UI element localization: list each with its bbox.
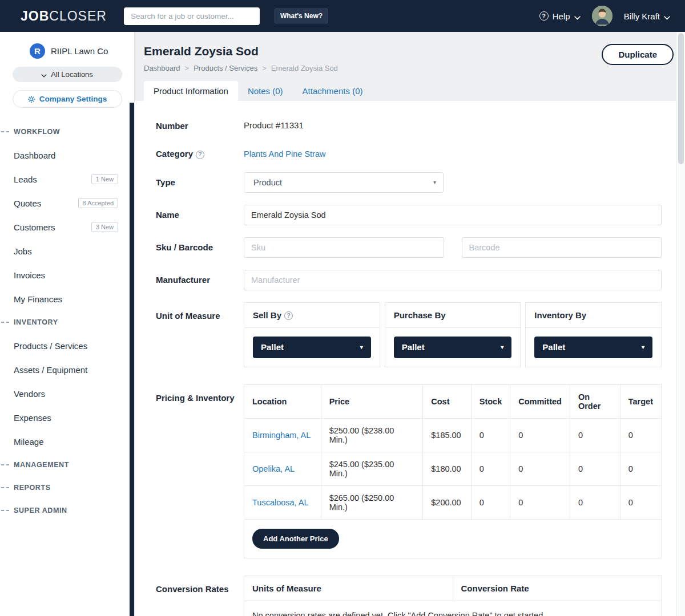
company-name: RIIPL Lawn Co <box>51 46 108 56</box>
user-menu[interactable]: Billy Kraft <box>624 11 670 22</box>
col-units-of-measure: Units of Measure <box>244 576 453 601</box>
sku-input[interactable] <box>244 237 444 258</box>
cost-cell: $185.00 <box>423 418 471 452</box>
barcode-input[interactable] <box>462 237 662 258</box>
col-stock: Stock <box>471 385 510 419</box>
page-title: Emerald Zoysia Sod <box>144 44 667 58</box>
pricing-table: Location Price Cost Stock Committed On O… <box>244 385 661 520</box>
main-content: Emerald Zoysia Sod Dashboard > Products … <box>135 32 676 616</box>
whats-new-button[interactable]: What's New? <box>275 9 328 23</box>
sidebar-item-dashboard[interactable]: Dashboard <box>0 143 134 167</box>
number-row: Number Product #11331 <box>156 116 662 132</box>
sidebar-item-invoices[interactable]: Invoices <box>0 263 134 287</box>
sidebar-scrollbar[interactable] <box>130 103 134 616</box>
sidebar-item-quotes[interactable]: Quotes8 Accepted <box>0 191 134 215</box>
nav-label: Customers <box>14 222 55 232</box>
on-order-cell: 0 <box>570 485 620 519</box>
tab-attachments[interactable]: Attachments (0) <box>293 81 373 101</box>
nav-label: Assets / Equipment <box>14 365 87 375</box>
location-link[interactable]: Tuscaloosa, AL <box>252 498 309 507</box>
sidebar-item-mileage[interactable]: Mileage <box>0 429 134 453</box>
customers-badge: 3 New <box>91 222 118 232</box>
category-row: Category? Plants And Pine Straw <box>156 144 662 160</box>
nav-heading-reports[interactable]: REPORTS <box>0 476 134 499</box>
sidebar-item-my-finances[interactable]: My Finances <box>0 287 134 311</box>
chevron-down-icon <box>664 12 670 22</box>
col-price: Price <box>321 385 423 419</box>
conversion-rates-label: Conversion Rates <box>156 576 244 616</box>
help-icon: ? <box>539 11 549 21</box>
app-logo[interactable]: JOBCLOSER <box>21 9 107 24</box>
main-scrollbar-thumb[interactable] <box>678 33 684 164</box>
pricing-header-row: Location Price Cost Stock Committed On O… <box>244 385 661 419</box>
company-settings-button[interactable]: Company Settings <box>13 90 122 108</box>
tabs: Product Information Notes (0) Attachment… <box>144 81 676 101</box>
nav-label: Dashboard <box>14 151 55 160</box>
sidebar-item-assets-equipment[interactable]: Assets / Equipment <box>0 358 134 382</box>
sell-by-value: Pallet <box>261 342 284 352</box>
sidebar-nav: WORKFLOW Dashboard Leads1 New Quotes8 Ac… <box>0 120 134 522</box>
sell-by-help-icon[interactable]: ? <box>284 311 293 320</box>
category-help-icon[interactable]: ? <box>196 151 204 159</box>
price-cell: $265.00 ($250.00 Min.) <box>321 485 423 519</box>
nav-heading-management[interactable]: MANAGEMENT <box>0 453 134 476</box>
target-cell: 0 <box>620 418 661 452</box>
product-information-card: Number Product #11331 Category? Plants A… <box>135 101 676 616</box>
breadcrumb-separator: > <box>185 64 190 72</box>
sell-by-header: Sell By? <box>244 303 380 328</box>
caret-down-icon: ▾ <box>642 344 644 350</box>
location-link[interactable]: Opelika, AL <box>252 464 295 473</box>
pricing-table-container: Location Price Cost Stock Committed On O… <box>244 384 662 558</box>
conversion-rates-container: Units of Measure Conversion Rate No conv… <box>244 576 662 616</box>
sidebar-item-leads[interactable]: Leads1 New <box>0 167 134 191</box>
col-target: Target <box>620 385 661 419</box>
name-row: Name <box>156 205 662 225</box>
purchase-by-select[interactable]: Pallet ▾ <box>394 337 512 358</box>
number-value: Product #11331 <box>244 116 662 132</box>
on-order-cell: 0 <box>570 418 620 452</box>
location-link[interactable]: Birmingham, AL <box>252 431 311 440</box>
all-locations-dropdown[interactable]: All Locations <box>13 67 122 82</box>
tab-notes[interactable]: Notes (0) <box>238 81 293 101</box>
conversion-rates-row: Conversion Rates Units of Measure Conver… <box>156 576 662 616</box>
all-locations-label: All Locations <box>51 70 93 79</box>
company-settings-label: Company Settings <box>39 95 107 103</box>
global-search-input[interactable] <box>124 7 260 25</box>
tab-product-information[interactable]: Product Information <box>144 81 238 101</box>
cost-cell: $200.00 <box>423 485 471 519</box>
sidebar-item-customers[interactable]: Customers3 New <box>0 215 134 239</box>
add-another-price-button[interactable]: Add Another Price <box>252 529 339 549</box>
pricing-inventory-label: Pricing & Inventory <box>156 384 244 558</box>
stock-cell: 0 <box>471 418 510 452</box>
company-row[interactable]: R RIIPL Lawn Co <box>30 43 134 59</box>
sell-by-select[interactable]: Pallet ▾ <box>253 337 371 358</box>
duplicate-button[interactable]: Duplicate <box>602 44 674 65</box>
breadcrumb-dashboard[interactable]: Dashboard <box>144 64 180 72</box>
price-cell: $250.00 ($238.00 Min.) <box>321 418 423 452</box>
avatar[interactable] <box>592 6 613 26</box>
pricing-inventory-row: Pricing & Inventory Location Price Cost … <box>156 384 662 558</box>
type-select[interactable]: Product ▾ <box>244 172 444 193</box>
table-row: Opelika, AL $245.00 ($235.00 Min.) $180.… <box>244 452 661 485</box>
category-link[interactable]: Plants And Pine Straw <box>244 149 325 159</box>
sidebar-item-products-services[interactable]: Products / Services <box>0 334 134 358</box>
sidebar-item-vendors[interactable]: Vendors <box>0 382 134 406</box>
leads-badge: 1 New <box>91 174 118 184</box>
sku-barcode-row: Sku / Barcode <box>156 237 662 258</box>
type-row: Type Product ▾ <box>156 172 662 193</box>
col-committed: Committed <box>510 385 570 419</box>
main-scrollbar[interactable] <box>676 32 685 616</box>
sidebar-item-expenses[interactable]: Expenses <box>0 406 134 429</box>
sell-by-column: Sell By? Pallet ▾ <box>244 302 380 367</box>
breadcrumb-products-services[interactable]: Products / Services <box>194 64 257 72</box>
company-logo: R <box>30 43 45 59</box>
sidebar-item-jobs[interactable]: Jobs <box>0 239 134 263</box>
breadcrumb-current: Emerald Zoysia Sod <box>271 64 338 72</box>
name-input[interactable] <box>244 205 662 225</box>
inventory-by-select[interactable]: Pallet ▾ <box>534 337 652 358</box>
manufacturer-input[interactable] <box>244 270 662 290</box>
help-menu[interactable]: ? Help <box>539 11 581 22</box>
committed-cell: 0 <box>510 485 570 519</box>
breadcrumb-separator: > <box>262 64 267 72</box>
nav-heading-super-admin[interactable]: SUPER ADMIN <box>0 499 134 522</box>
